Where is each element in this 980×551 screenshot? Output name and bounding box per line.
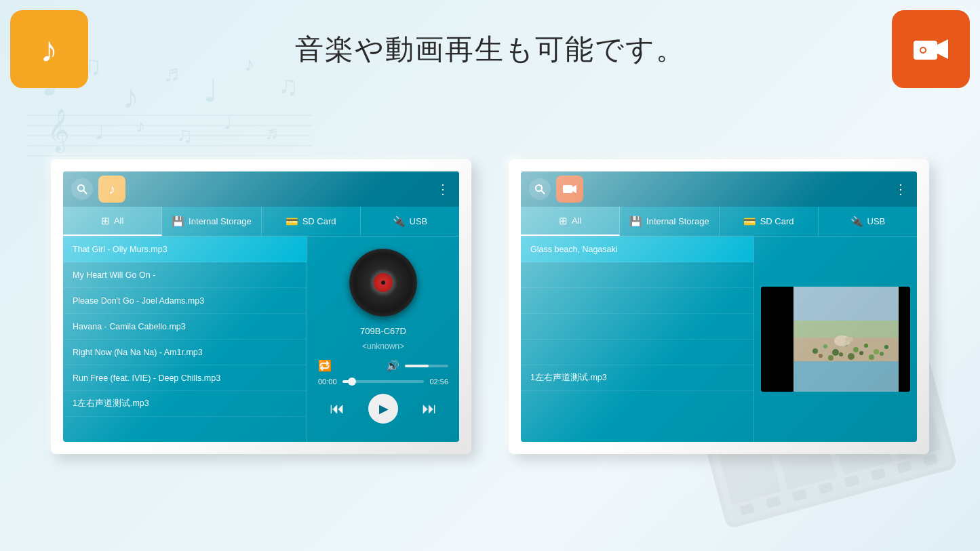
svg-rect-48 xyxy=(563,185,572,193)
music-tab-bar: ⊞ All 💾 Internal Storage 💳 SD Card 🔌 USB xyxy=(63,207,459,237)
list-item[interactable]: Havana - Camila Cabello.mp3 xyxy=(63,314,307,340)
video-list: Glass beach, Nagasaki 1左右声道测试.mp3 xyxy=(521,237,754,442)
svg-point-62 xyxy=(884,345,888,349)
volume-bar[interactable] xyxy=(405,365,448,367)
video-thumbnail[interactable] xyxy=(761,287,910,392)
list-item[interactable]: Run Free (feat. IVIE) - Deep Chills.mp3 xyxy=(63,365,307,391)
repeat-icon[interactable]: 🔁 xyxy=(318,359,332,372)
svg-point-60 xyxy=(864,344,868,348)
tab-internal-storage[interactable]: 💾 Internal Storage xyxy=(162,207,261,236)
song-title: Run Free (feat. IVIE) - Deep Chills.mp3 xyxy=(73,373,220,383)
video-content-area: Glass beach, Nagasaki 1左右声道测试.mp3 xyxy=(521,237,917,442)
svg-rect-50 xyxy=(761,287,793,392)
storage-icon: 💾 xyxy=(629,216,642,228)
svg-line-47 xyxy=(541,190,545,194)
music-player-inner: ♪ ⋮ ⊞ All 💾 Internal Storage 💳 SD Card 🔌… xyxy=(63,171,459,442)
list-item[interactable] xyxy=(521,340,753,365)
video-app-bar: ⋮ xyxy=(521,171,917,207)
song-title: 1左右声道测试.mp3 xyxy=(73,398,149,409)
playback-controls: ⏮ ▶ ⏭ xyxy=(318,394,448,424)
list-item[interactable]: That Girl - Olly Murs.mp3 xyxy=(63,237,307,262)
video-tab-usb-label: USB xyxy=(867,216,886,226)
play-icon: ▶ xyxy=(379,401,389,416)
list-item[interactable]: 1左右声道测试.mp3 xyxy=(63,391,307,417)
list-item[interactable]: Right Now (Na Na Na) - Am1r.mp3 xyxy=(63,340,307,365)
svg-point-55 xyxy=(812,348,818,354)
song-list: That Girl - Olly Murs.mp3 My Heart Will … xyxy=(63,237,307,442)
song-title: That Girl - Olly Murs.mp3 xyxy=(73,245,168,254)
music-note-icon: ♪ xyxy=(109,182,115,197)
volume-icon[interactable]: 🔊 xyxy=(386,359,399,372)
svg-point-68 xyxy=(869,354,874,360)
time-total: 02:56 xyxy=(429,377,448,386)
video-tab-usb[interactable]: 🔌 USB xyxy=(819,207,917,236)
music-player-panel: ♪ ⋮ ⊞ All 💾 Internal Storage 💳 SD Card 🔌… xyxy=(51,159,471,454)
sdcard-icon: 💳 xyxy=(286,216,298,228)
svg-rect-32 xyxy=(844,475,860,488)
svg-text:𝄞: 𝄞 xyxy=(47,108,70,153)
storage-icon: 💾 xyxy=(172,216,184,228)
svg-line-45 xyxy=(83,190,87,194)
svg-point-71 xyxy=(845,337,853,342)
svg-text:♩: ♩ xyxy=(95,121,104,143)
music-icon-button[interactable]: ♪ xyxy=(98,176,125,203)
volume-row: 🔁 🔊 xyxy=(318,359,448,372)
tab-usb-label: USB xyxy=(410,216,428,226)
usb-icon: 🔌 xyxy=(850,216,863,228)
vinyl-hole xyxy=(381,281,385,285)
seek-bar[interactable] xyxy=(342,380,425,383)
svg-text:♩: ♩ xyxy=(203,74,218,108)
song-title: Right Now (Na Na Na) - Am1r.mp3 xyxy=(73,348,203,357)
list-item[interactable] xyxy=(521,288,753,314)
svg-point-61 xyxy=(874,349,879,354)
list-item[interactable]: My Heart Will Go On - xyxy=(63,262,307,288)
previous-button[interactable]: ⏮ xyxy=(330,400,345,417)
progress-bar-container: 00:00 02:56 xyxy=(318,377,448,386)
svg-point-66 xyxy=(848,353,855,360)
video-tab-all[interactable]: ⊞ All xyxy=(521,207,620,236)
music-app-bar: ♪ ⋮ xyxy=(63,171,459,207)
svg-rect-31 xyxy=(818,482,834,495)
video-tab-sdcard[interactable]: 💳 SD Card xyxy=(720,207,819,236)
next-button[interactable]: ⏭ xyxy=(422,400,437,417)
svg-point-63 xyxy=(819,354,823,358)
svg-rect-33 xyxy=(870,468,886,481)
video-more-options-button[interactable]: ⋮ xyxy=(894,181,909,197)
svg-rect-72 xyxy=(899,287,910,392)
song-title: My Heart Will Go On - xyxy=(73,270,155,280)
svg-marker-49 xyxy=(572,185,576,193)
video-player-panel: ⋮ ⊞ All 💾 Internal Storage 💳 SD Card 🔌 U… xyxy=(509,159,929,454)
list-item[interactable]: 1左右声道测试.mp3 xyxy=(521,365,753,391)
svg-rect-35 xyxy=(923,454,939,467)
tab-all-label: All xyxy=(114,216,123,226)
vinyl-center xyxy=(374,273,393,292)
more-options-button[interactable]: ⋮ xyxy=(436,181,451,197)
search-button[interactable] xyxy=(71,178,93,200)
svg-point-67 xyxy=(859,351,863,355)
svg-rect-54 xyxy=(793,361,899,392)
video-preview-panel xyxy=(754,237,917,442)
video-tab-all-label: All xyxy=(572,216,581,226)
time-current: 00:00 xyxy=(318,377,337,386)
track-artist: <unknown> xyxy=(362,342,404,351)
tab-all[interactable]: ⊞ All xyxy=(63,207,162,236)
tab-sd-card[interactable]: 💳 SD Card xyxy=(262,207,361,236)
list-item[interactable] xyxy=(521,262,753,288)
svg-point-69 xyxy=(880,352,884,356)
list-item[interactable] xyxy=(521,314,753,340)
vinyl-record xyxy=(349,249,417,317)
video-search-button[interactable] xyxy=(529,178,551,200)
video-tab-internal[interactable]: 💾 Internal Storage xyxy=(620,207,719,236)
svg-text:♬: ♬ xyxy=(264,122,279,143)
video-icon-button[interactable] xyxy=(556,176,583,203)
svg-point-65 xyxy=(839,352,843,356)
svg-point-57 xyxy=(832,349,839,356)
list-item[interactable]: Glass beach, Nagasaki xyxy=(521,237,753,262)
play-button[interactable]: ▶ xyxy=(368,394,398,424)
beach-scene xyxy=(761,287,910,392)
svg-point-64 xyxy=(828,355,834,361)
tab-usb[interactable]: 🔌 USB xyxy=(361,207,459,236)
video-tab-internal-label: Internal Storage xyxy=(646,216,709,226)
list-item[interactable]: Please Don't Go - Joel Adams.mp3 xyxy=(63,288,307,314)
svg-text:♩: ♩ xyxy=(224,113,232,132)
